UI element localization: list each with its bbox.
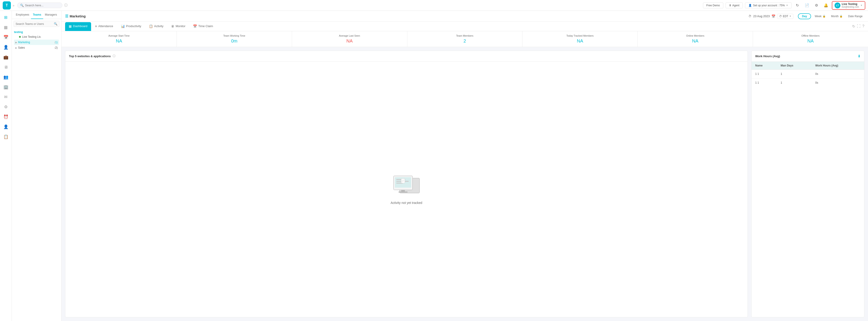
sidebar-icon-mail[interactable]: ✉ bbox=[2, 93, 10, 101]
top5-info-icon[interactable]: ⓘ bbox=[113, 54, 116, 58]
stat-online-members-label: Online Members bbox=[641, 34, 749, 37]
cell-man-days: 1 bbox=[777, 78, 812, 87]
timezone-chevron-icon: ▼ bbox=[789, 15, 792, 18]
monitor-tab-icon: 🖥 bbox=[171, 24, 174, 28]
week-button[interactable]: Week 🔒 bbox=[813, 14, 827, 19]
table-row: 1 1 1 0s bbox=[752, 70, 864, 78]
time-claim-tab-icon: 📅 bbox=[193, 24, 197, 28]
stat-offline-members-value: NA bbox=[756, 38, 864, 44]
month-button[interactable]: Month 🔒 bbox=[829, 14, 844, 19]
tab-dashboard[interactable]: ▦ Dashboard bbox=[65, 22, 91, 31]
setup-user-icon: 👤 bbox=[748, 4, 752, 7]
search-icon: 🔍 bbox=[20, 4, 24, 7]
sales-count-val: 2 bbox=[55, 46, 57, 49]
work-hours-panel: Work Hours (Avg) ⬇ Name Man Days Work Ho… bbox=[751, 51, 864, 317]
sidebar-icon-home[interactable]: ⊞ bbox=[2, 13, 10, 22]
tab-employees[interactable]: Employees bbox=[14, 11, 31, 19]
tab-time-claim[interactable]: 📅 Time Claim bbox=[189, 22, 217, 31]
cell-work-hours: 0s bbox=[812, 70, 864, 78]
monitor-tab-label: Monitor bbox=[176, 24, 185, 28]
stat-avg-start-time: Average Start Time NA bbox=[61, 31, 177, 47]
nav-tab-actions: ↻ ⛶ ? bbox=[852, 24, 864, 29]
stat-today-tracked-value: NA bbox=[526, 38, 634, 44]
date-picker-icon[interactable]: 📅 bbox=[772, 14, 775, 18]
panel-team-sales[interactable]: ▶ Sales ( 2 ) bbox=[14, 45, 59, 51]
settings-gear-icon[interactable]: ⚙ bbox=[813, 2, 820, 9]
app-logo[interactable]: T bbox=[3, 1, 11, 9]
week-lock-icon: 🔒 bbox=[823, 15, 826, 18]
stat-team-members: Team Members 2 bbox=[407, 31, 523, 47]
main-layout: ⊞ ▦ 📅 👤 💼 🖥 👥 🏢 ✉ ⚙ ⏰ 👤 📋 Employees Team… bbox=[0, 11, 868, 321]
panel-user-item[interactable]: Live Testing Liv. bbox=[14, 34, 59, 39]
user-profile-button[interactable]: LT Live Testing live@testing.com ▼ bbox=[832, 1, 865, 10]
nav-tabs: ▦ Dashboard ≡ Attendance 📊 Productivity … bbox=[61, 22, 868, 31]
sidebar-icon-alarm[interactable]: ⏰ bbox=[2, 113, 10, 121]
month-lock-icon: 🔒 bbox=[839, 15, 843, 18]
work-hours-panel-header: Work Hours (Avg) ⬇ bbox=[752, 51, 864, 62]
download-icon[interactable]: ⬇ bbox=[858, 54, 861, 58]
tab-monitor[interactable]: 🖥 Monitor bbox=[167, 22, 189, 31]
tab-activity[interactable]: 📋 Activity bbox=[145, 22, 167, 31]
online-dot bbox=[19, 36, 21, 38]
attendance-tab-label: Attendance bbox=[98, 24, 113, 28]
tab-productivity[interactable]: 📊 Productivity bbox=[117, 22, 145, 31]
top-nav-actions: Free Demo ⬆ Agent 👤 Set up your account … bbox=[703, 1, 865, 10]
col-name: Name bbox=[752, 62, 777, 70]
attendance-tab-icon: ≡ bbox=[95, 24, 97, 28]
tab-attendance[interactable]: ≡ Attendance bbox=[92, 22, 117, 31]
stat-online-members-value: NA bbox=[641, 38, 749, 44]
search-input[interactable] bbox=[25, 4, 57, 7]
document-icon[interactable]: 📄 bbox=[803, 2, 811, 9]
cell-man-days: 1 bbox=[777, 70, 812, 78]
help-nav-icon[interactable]: ? bbox=[862, 24, 864, 29]
activity-not-tracked-illustration bbox=[392, 174, 421, 197]
dashboard-tab-icon: ▦ bbox=[69, 24, 72, 28]
marketing-count-val: 1 bbox=[55, 41, 57, 44]
avatar: LT bbox=[835, 2, 840, 8]
info-icon[interactable]: ⓘ bbox=[64, 3, 68, 7]
productivity-tab-icon: 📊 bbox=[121, 24, 125, 28]
work-hours-title: Work Hours (Avg) bbox=[755, 55, 780, 58]
timezone-selector[interactable]: ⏱ EDT ▼ bbox=[777, 14, 794, 19]
panel-team-marketing[interactable]: ▶ Marketing ( 1 ) bbox=[14, 39, 59, 45]
sidebar-icon-monitor[interactable]: 🖥 bbox=[2, 63, 10, 71]
refresh-nav-icon[interactable]: ↻ bbox=[852, 24, 855, 29]
stat-avg-last-seen-label: Average Last Seen bbox=[296, 34, 403, 37]
sidebar-icon-report[interactable]: 📋 bbox=[2, 132, 10, 141]
sidebar-icon-briefcase[interactable]: 💼 bbox=[2, 53, 10, 62]
expand-nav-icon[interactable]: ⛶ bbox=[857, 24, 861, 29]
agent-button[interactable]: ⬆ Agent bbox=[725, 2, 743, 8]
sidebar-icon-user-settings[interactable]: 👤 bbox=[2, 123, 10, 131]
sidebar-icon-person[interactable]: 👤 bbox=[2, 43, 10, 52]
cell-name: 1 1 bbox=[752, 78, 777, 87]
panel-search-input[interactable] bbox=[16, 22, 54, 26]
content-area: ☰ Marketing ⏱ 23 Aug 2023 📅 ⏱ EDT ▼ Day … bbox=[61, 11, 868, 321]
marketing-chevron-icon: ▶ bbox=[16, 41, 17, 44]
notification-icon[interactable]: 🔔 bbox=[822, 2, 830, 9]
sidebar-icon-org[interactable]: 🏢 bbox=[2, 83, 10, 91]
sidebar-icon-team[interactable]: 👥 bbox=[2, 73, 10, 82]
user-chevron-icon: ▼ bbox=[860, 4, 863, 6]
panel-search[interactable]: 🔍 bbox=[13, 21, 59, 27]
tab-teams[interactable]: Teams bbox=[31, 11, 43, 19]
user-email: live@testing.com bbox=[842, 6, 859, 8]
date-range-button[interactable]: Date Range bbox=[846, 14, 864, 19]
search-bar[interactable]: 🔍 bbox=[17, 2, 62, 8]
top5-empty-text: Activity not yet tracked bbox=[391, 201, 422, 204]
day-button[interactable]: Day bbox=[798, 13, 811, 19]
sidebar-icon-calendar-week[interactable]: ▦ bbox=[2, 23, 10, 32]
sidebar-expand-icon[interactable]: » bbox=[13, 4, 14, 7]
panel-tabs: Employees Teams Managers bbox=[12, 11, 61, 19]
dashboard-tab-label: Dashboard bbox=[73, 24, 88, 28]
setup-account-button[interactable]: 👤 Set up your account : 75% ▼ bbox=[745, 2, 792, 8]
content-menu-icon: ☰ bbox=[65, 14, 68, 18]
table-row: 1 1 1 0s bbox=[752, 78, 864, 87]
sidebar-icon-calendar[interactable]: 📅 bbox=[2, 33, 10, 41]
svg-rect-11 bbox=[399, 191, 408, 193]
free-demo-button[interactable]: Free Demo bbox=[703, 2, 723, 8]
top5-empty-state: Activity not yet tracked bbox=[65, 62, 747, 317]
sidebar-icon-settings[interactable]: ⚙ bbox=[2, 103, 10, 111]
tab-managers[interactable]: Managers bbox=[43, 11, 59, 19]
clock-icon: ⏱ bbox=[748, 14, 751, 18]
refresh-icon[interactable]: ↻ bbox=[794, 2, 801, 9]
